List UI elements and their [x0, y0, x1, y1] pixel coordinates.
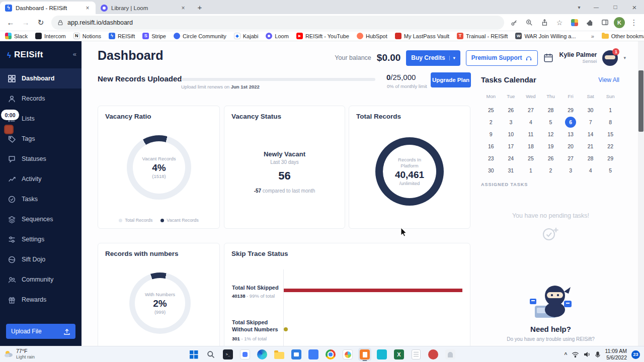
calendar-day[interactable]: 23 [481, 153, 501, 164]
browser-menu-icon[interactable] [628, 17, 640, 29]
sidebar-item-community[interactable]: Community [0, 269, 82, 290]
bookmark-circle-community[interactable]: Circle Community [174, 33, 226, 39]
extensions-puzzle-icon[interactable] [584, 17, 596, 29]
bookmark-intercom[interactable]: Intercom [35, 33, 66, 39]
calendar-day[interactable]: 21 [581, 141, 601, 152]
calendar-day[interactable]: 1 [600, 105, 620, 116]
calendar-day[interactable]: 11 [521, 129, 541, 140]
bookmark-slack[interactable]: Slack [5, 33, 28, 39]
zoom-icon[interactable] [523, 17, 535, 29]
tab-close-icon[interactable] [179, 4, 187, 12]
calendar-day[interactable]: 5 [541, 117, 561, 128]
bookmarks-overflow-icon[interactable] [591, 33, 594, 39]
buy-credits-button[interactable]: Buy Credits [406, 50, 460, 66]
calendar-day[interactable]: 19 [541, 141, 561, 152]
sidebar-item-rewards[interactable]: Rewards [0, 290, 82, 310]
calendar-day[interactable]: 17 [501, 141, 521, 152]
calendar-day[interactable]: 16 [481, 141, 501, 152]
photos-app-icon[interactable] [341, 348, 354, 361]
active-app-icon[interactable] [358, 348, 371, 361]
side-panel-icon[interactable] [599, 17, 611, 29]
browser-profile-avatar[interactable]: K [614, 17, 625, 28]
calendar-day[interactable]: 8 [600, 117, 620, 128]
calendar-day[interactable]: 18 [521, 141, 541, 152]
paint-app-icon[interactable] [375, 348, 388, 361]
calendar-day[interactable]: 2 [541, 165, 561, 176]
camera-app-icon[interactable] [238, 348, 252, 361]
calendar-day[interactable]: 27 [521, 105, 541, 116]
sidebar-item-dashboard[interactable]: Dashboard [0, 68, 82, 88]
calendar-day[interactable]: 1 [521, 165, 541, 176]
speaker-icon[interactable] [584, 351, 591, 357]
calendar-day[interactable]: 12 [541, 129, 561, 140]
tab-dashboard[interactable]: Dashboard - REISift [0, 2, 96, 14]
key-icon[interactable] [508, 17, 520, 29]
upgrade-plan-button[interactable]: Upgrade Plan [431, 72, 471, 87]
calendar-day[interactable]: 15 [600, 129, 620, 140]
sidebar-item-activity[interactable]: Activity [0, 169, 82, 189]
wifi-icon[interactable] [572, 351, 579, 357]
app-logo[interactable]: ϟ REISift [0, 41, 82, 68]
notification-count-badge[interactable]: 23 [631, 350, 640, 359]
calendar-day[interactable]: 13 [560, 129, 581, 140]
calendar-day[interactable]: 28 [541, 105, 561, 116]
calendar-day[interactable]: 3 [501, 117, 521, 128]
window-minimize-button[interactable] [587, 0, 606, 14]
terminal-app-icon[interactable] [221, 348, 234, 361]
bookmark-kajabi[interactable]: Kajabi [234, 33, 259, 39]
calendar-day[interactable]: 30 [481, 165, 501, 176]
window-maximize-button[interactable] [606, 0, 625, 14]
sidebar-item-records[interactable]: Records [0, 88, 82, 109]
blue-app-icon[interactable] [307, 348, 320, 361]
calendar-day[interactable]: 25 [481, 105, 501, 116]
calendar-day[interactable]: 29 [560, 105, 581, 116]
tab-search-icon[interactable] [572, 0, 587, 14]
calendar-day[interactable]: 29 [600, 153, 620, 164]
address-bar[interactable]: app.reisift.io/dashboard [51, 16, 504, 30]
chrome-icon[interactable] [324, 348, 337, 361]
new-tab-button[interactable] [193, 1, 206, 14]
calendar-day[interactable]: 24 [501, 153, 521, 164]
edge-icon[interactable] [256, 348, 269, 361]
calendar-day[interactable]: 9 [481, 129, 501, 140]
tab-close-icon[interactable] [84, 4, 92, 12]
tab-loom[interactable]: Library | Loom [96, 2, 191, 14]
calendar-day[interactable]: 5 [600, 165, 620, 176]
bookmark-trainual[interactable]: Trainual - REISift [457, 33, 508, 39]
loom-recording-timer[interactable]: 0:00 [1, 110, 19, 120]
bookmark-star-icon[interactable] [553, 17, 566, 29]
scrollbar-thumb[interactable] [638, 70, 643, 132]
user-menu-chevron-icon[interactable] [623, 55, 626, 60]
back-button[interactable] [4, 16, 17, 29]
calendar-day[interactable]: 28 [581, 153, 601, 164]
file-explorer-icon[interactable] [273, 348, 286, 361]
calendar-day[interactable]: 22 [600, 141, 620, 152]
calendar-day[interactable]: 4 [581, 165, 601, 176]
calendar-day[interactable]: 14 [581, 129, 601, 140]
calendar-day[interactable]: 20 [560, 141, 581, 152]
bookmark-hubspot[interactable]: HubSpot [357, 33, 387, 39]
bookmark-lastpass[interactable]: My LastPass Vault [395, 33, 449, 39]
calendar-day[interactable]: 6 [565, 117, 576, 128]
search-icon[interactable] [204, 348, 217, 361]
window-close-button[interactable] [625, 0, 644, 14]
snip-app-icon[interactable] [444, 348, 457, 361]
calendar-day[interactable]: 30 [581, 105, 601, 116]
calendar-day[interactable]: 7 [581, 117, 601, 128]
sidebar-item-tasks[interactable]: Tasks [0, 189, 82, 209]
bookmark-reisift[interactable]: REISift [109, 33, 135, 39]
view-all-link[interactable]: View All [598, 76, 619, 83]
sidebar-item-sequences[interactable]: Sequences [0, 209, 82, 229]
calendar-day[interactable]: 27 [560, 153, 581, 164]
excel-icon[interactable] [392, 348, 406, 361]
loom-stop-button[interactable] [4, 125, 14, 134]
sidebar-item-settings[interactable]: Settings [0, 229, 82, 249]
calendar-day[interactable]: 4 [521, 117, 541, 128]
other-bookmarks[interactable]: Other bookmarks [602, 33, 644, 39]
sidebar-item-sift-dojo[interactable]: Sift Dojo [0, 249, 82, 269]
notepad-icon[interactable] [410, 348, 423, 361]
extension-colored-icon[interactable] [569, 17, 581, 29]
bookmark-stripe[interactable]: Stripe [142, 33, 166, 39]
sidebar-item-statuses[interactable]: Statuses [0, 149, 82, 169]
calendar-day[interactable]: 25 [521, 153, 541, 164]
